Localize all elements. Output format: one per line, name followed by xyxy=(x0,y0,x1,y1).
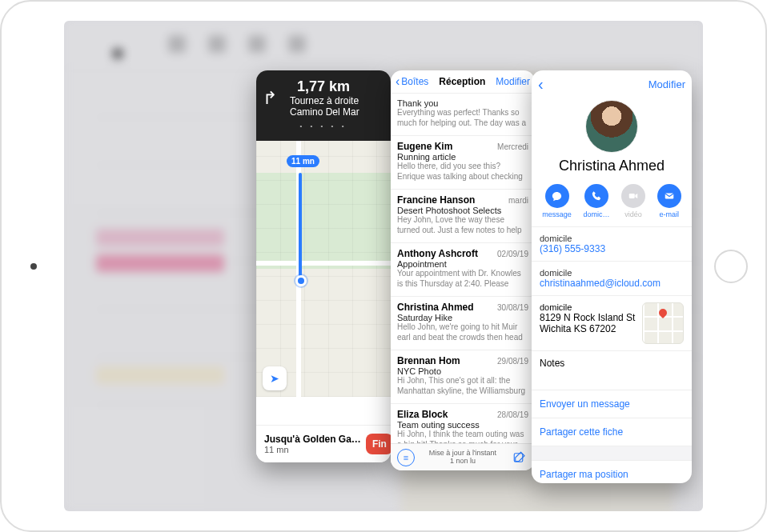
home-button[interactable] xyxy=(714,250,748,283)
video-icon xyxy=(621,184,645,208)
mail-message[interactable]: Thank youEverything was perfect! Thanks … xyxy=(391,94,535,136)
mail-preview: Hello John, we're going to hit Muir earl… xyxy=(397,322,528,343)
mail-date: Mercredi xyxy=(497,142,528,151)
mail-edit-button[interactable]: Modifier xyxy=(496,76,530,87)
locate-button[interactable]: ➤ xyxy=(263,366,287,390)
phone-value: (316) 555-9333 xyxy=(540,243,684,254)
action-message-label: message xyxy=(542,210,572,218)
mail-sender: Anthony Ashcroft xyxy=(397,248,478,259)
nav-distance: 1,77 km xyxy=(264,78,383,95)
action-video-label: vidéo xyxy=(624,210,642,218)
page-dots: • • • • • xyxy=(264,122,383,130)
mail-message[interactable]: Francine HansonmardiDesert Photoshoot Se… xyxy=(391,190,535,243)
phone-label: domicile xyxy=(540,234,684,243)
screen: Plans Itinéraire vers Golden Gate… ↱ 1,7… xyxy=(64,21,703,511)
notes-label: Notes xyxy=(540,358,684,369)
route-line xyxy=(299,173,302,277)
message-icon xyxy=(545,184,569,208)
action-mail[interactable]: e-mail xyxy=(657,184,681,218)
slideover-switcher: Plans Itinéraire vers Golden Gate… ↱ 1,7… xyxy=(64,21,703,511)
mail-date: 29/08/19 xyxy=(497,357,528,366)
slideover-card-contacts[interactable]: Contacts Christina Ahmed ‹ Modifier Chri… xyxy=(532,70,692,483)
mail-subject: Saturday Hike xyxy=(397,313,528,322)
mail-message[interactable]: Christina Ahmed30/08/19Saturday HikeHell… xyxy=(391,297,535,350)
current-location-dot xyxy=(295,275,307,286)
mail-preview: Hey John, Love the way these turned out.… xyxy=(397,215,528,236)
mail-sender: Eliza Block xyxy=(397,409,448,420)
link-send-message[interactable]: Envoyer un message xyxy=(532,390,692,418)
slideover-card-mail[interactable]: Mail ‹ Boîtes Réception Modifier Thank y… xyxy=(391,70,535,470)
address-mini-map[interactable] xyxy=(642,302,684,344)
link-share-card[interactable]: Partager cette fiche xyxy=(532,418,692,446)
chevron-left-icon: ‹ xyxy=(396,75,400,88)
link-share-location[interactable]: Partager ma position xyxy=(532,461,692,483)
nav-instruction-1: Tournez à droite xyxy=(290,95,383,106)
contact-avatar[interactable] xyxy=(585,100,638,153)
mail-date: mardi xyxy=(508,196,528,205)
mail-message[interactable]: Eugene KimMercrediRunning articleHello t… xyxy=(391,136,535,190)
nav-instruction-2: Camino Del Mar xyxy=(290,106,383,118)
end-route-button[interactable]: Fin xyxy=(366,434,391,454)
mail-icon xyxy=(657,184,681,208)
address-line1: 8129 N Rock Island St xyxy=(540,312,637,323)
mail-sender: Eugene Kim xyxy=(397,141,452,152)
mail-preview: Your appointment with Dr. Knowles is thi… xyxy=(397,269,528,290)
ipad-frame: Plans Itinéraire vers Golden Gate… ↱ 1,7… xyxy=(0,0,767,532)
contact-name: Christina Ahmed xyxy=(538,158,685,174)
contact-edit-button[interactable]: Modifier xyxy=(649,78,685,90)
mail-message[interactable]: Eliza Block28/08/19Team outing successHi… xyxy=(391,404,535,446)
mail-back-label: Boîtes xyxy=(401,76,428,87)
map-view[interactable]: 11 mn ➤ xyxy=(256,141,391,397)
mail-sender: Francine Hanson xyxy=(397,194,475,206)
mail-subject: Desert Photoshoot Selects xyxy=(397,206,528,215)
field-email[interactable]: domicile christinaahmed@icloud.com xyxy=(532,262,692,296)
eta-badge: 11 mn xyxy=(287,155,319,167)
mail-date: 02/09/19 xyxy=(497,250,528,258)
mail-toolbar: ≡ Mise à jour à l'instant 1 non lu xyxy=(391,443,535,470)
svg-marker-6 xyxy=(635,194,637,198)
contact-navbar: ‹ Modifier xyxy=(532,70,692,98)
mail-preview: Hi John, This one's got it all: the Manh… xyxy=(397,376,528,397)
action-message[interactable]: message xyxy=(542,184,572,218)
email-value: christinaahmed@icloud.com xyxy=(540,278,684,289)
mail-preview: Hello there, did you see this? Enrique w… xyxy=(397,162,528,182)
mail-title: Réception xyxy=(439,76,485,87)
mail-subject: Running article xyxy=(397,152,528,162)
mail-subject: NYC Photo xyxy=(397,366,528,376)
field-address[interactable]: domicile 8129 N Rock Island St Wichita K… xyxy=(532,296,692,351)
address-line2: Wichita KS 67202 xyxy=(540,323,637,334)
contact-actions: message domic… vidéo xyxy=(532,181,692,227)
front-camera xyxy=(30,263,37,270)
turn-right-icon: ↱ xyxy=(263,88,277,109)
mail-date: 30/08/19 xyxy=(497,303,528,312)
svg-rect-5 xyxy=(629,194,635,198)
action-video: vidéo xyxy=(621,184,645,218)
mail-sender: Christina Ahmed xyxy=(397,302,474,313)
field-notes[interactable]: Notes xyxy=(532,351,692,390)
destination-eta: 11 mn xyxy=(264,445,361,454)
mail-subject: Thank you xyxy=(397,98,528,108)
mail-preview: Everything was perfect! Thanks so much f… xyxy=(397,108,528,129)
mail-subject: Appointment xyxy=(397,259,528,269)
location-arrow-icon: ➤ xyxy=(270,372,279,385)
mail-message[interactable]: Anthony Ashcroft02/09/19AppointmentYour … xyxy=(391,243,535,297)
field-phone[interactable]: domicile (316) 555-9333 xyxy=(532,227,692,262)
filter-icon[interactable]: ≡ xyxy=(397,449,415,466)
action-call[interactable]: domic… xyxy=(583,184,609,218)
mail-message[interactable]: Brennan Hom29/08/19NYC PhotoHi John, Thi… xyxy=(391,350,535,404)
mail-status-line2: 1 non lu xyxy=(429,458,496,466)
slideover-card-plans[interactable]: Plans Itinéraire vers Golden Gate… ↱ 1,7… xyxy=(256,70,391,462)
address-label: domicile xyxy=(540,302,637,312)
mail-back-button[interactable]: ‹ Boîtes xyxy=(396,75,428,88)
chevron-left-icon[interactable]: ‹ xyxy=(538,75,544,94)
destination-title: Jusqu'à Golden Ga… xyxy=(264,434,361,445)
nav-banner: ↱ 1,77 km Tournez à droite Camino Del Ma… xyxy=(256,70,391,141)
compose-icon[interactable] xyxy=(511,449,528,466)
phone-icon xyxy=(584,184,608,208)
mail-list[interactable]: Thank youEverything was perfect! Thanks … xyxy=(391,94,535,446)
action-mail-label: e-mail xyxy=(659,210,679,218)
mail-date: 28/08/19 xyxy=(497,410,528,419)
section-spacer xyxy=(532,446,692,461)
route-bottom-sheet[interactable]: Jusqu'à Golden Ga… 11 mn Fin xyxy=(256,425,391,462)
contact-header: Christina Ahmed xyxy=(532,98,692,181)
